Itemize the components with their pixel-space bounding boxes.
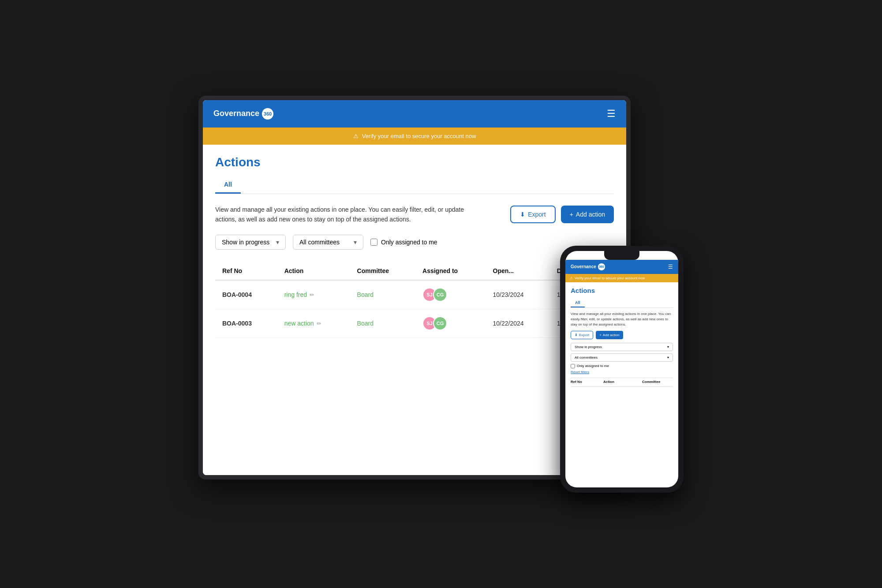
mobile-assigned-checkbox[interactable]	[571, 364, 575, 368]
edit-icon[interactable]: ✏	[310, 292, 314, 298]
plus-icon: +	[570, 211, 573, 218]
action-link[interactable]: ring fred ✏	[284, 291, 343, 298]
hamburger-menu-icon[interactable]: ☰	[607, 108, 616, 120]
assigned-filter-label: Only assigned to me	[381, 239, 437, 246]
mobile-hamburger-icon[interactable]: ☰	[668, 264, 673, 270]
logo: Governance 360	[213, 108, 273, 120]
mobile-content: Actions All View and manage all your exi…	[565, 282, 678, 487]
mobile-col-action: Action	[603, 380, 640, 384]
tabs-bar: All	[215, 176, 614, 194]
mobile-committees-filter[interactable]: All committees ▾	[571, 353, 673, 362]
logo-text: Governance	[213, 109, 259, 118]
page-title: Actions	[215, 155, 614, 169]
mobile-action-buttons: ⬇ Export + Add action	[571, 331, 673, 339]
cell-ref-no: BOA-0004	[215, 280, 277, 309]
mobile-table-divider	[571, 386, 673, 387]
table-row: BOA-0004ring fred ✏BoardSJCG10/23/202411…	[215, 280, 614, 309]
mobile-notch	[604, 251, 639, 260]
col-open: Open...	[486, 262, 550, 280]
mobile-tabs: All	[571, 298, 673, 308]
mobile-assigned-filter[interactable]: Only assigned to me	[571, 364, 673, 368]
top-navigation: Governance 360 ☰	[203, 100, 626, 127]
cell-assigned-to: SJCG	[415, 309, 486, 338]
committees-filter-dropdown[interactable]: All committees ▾	[293, 235, 363, 250]
mobile-plus-icon: +	[599, 333, 602, 337]
warning-icon: ⚠	[353, 133, 359, 139]
mobile-reset-filters[interactable]: Reset filters	[571, 370, 673, 374]
mobile-col-committee: Committee	[642, 380, 673, 384]
chevron-down-icon: ▾	[276, 239, 279, 246]
description-row: View and manage all your existing action…	[215, 205, 614, 225]
actions-table: Ref No Action Committee Assigned to Open…	[215, 262, 614, 338]
action-buttons: ⬇ Export + Add action	[510, 206, 614, 223]
progress-filter-label: Show in progress	[222, 239, 269, 246]
table-row: BOA-0003new action ✏BoardSJCG10/22/20241…	[215, 309, 614, 338]
cell-committee: Board	[350, 309, 415, 338]
col-assigned-to: Assigned to	[415, 262, 486, 280]
cell-action: new action ✏	[277, 309, 350, 338]
ref-no-value: BOA-0003	[222, 320, 252, 327]
mobile-logo-text: Governance	[571, 264, 596, 269]
assigned-to-me-filter[interactable]: Only assigned to me	[370, 239, 437, 246]
mobile-chevron-icon: ▾	[667, 345, 669, 349]
assignee-avatars: SJCG	[422, 316, 478, 330]
mobile-chevron-icon: ▾	[667, 356, 669, 360]
action-link[interactable]: new action ✏	[284, 320, 343, 327]
logo-badge: 360	[262, 108, 273, 120]
export-icon: ⬇	[520, 211, 525, 218]
avatar: CG	[433, 288, 447, 302]
mobile-description: View and manage all your existing action…	[571, 311, 673, 327]
mobile-progress-filter[interactable]: Show in progress ▾	[571, 343, 673, 351]
add-action-button[interactable]: + Add action	[561, 206, 614, 223]
tab-all[interactable]: All	[215, 176, 241, 194]
committees-filter-label: All committees	[299, 239, 340, 246]
col-ref-no: Ref No	[215, 262, 277, 280]
mobile-warning-icon: ⚠	[570, 276, 573, 280]
mobile-warning-banner: ⚠ Verify your email to secure your accou…	[565, 274, 678, 282]
warning-message: Verify your email to secure your account…	[362, 133, 476, 139]
mobile-progress-label: Show in progress	[575, 345, 602, 349]
mobile-committees-label: All committees	[575, 356, 598, 360]
mobile-screen: Governance 360 ☰ ⚠ Verify your email to …	[565, 251, 678, 487]
committee-link[interactable]: Board	[357, 320, 374, 327]
cell-assigned-to: SJCG	[415, 280, 486, 309]
mobile-add-action-button[interactable]: + Add action	[596, 331, 623, 339]
cell-action: ring fred ✏	[277, 280, 350, 309]
mobile-export-icon: ⬇	[575, 333, 578, 337]
mobile-logo-badge: 360	[598, 263, 605, 270]
mobile-tab-all[interactable]: All	[571, 299, 585, 307]
cell-committee: Board	[350, 280, 415, 309]
assigned-checkbox[interactable]	[370, 239, 377, 246]
filters-row: Show in progress ▾ All committees ▾ Only…	[215, 235, 614, 250]
mobile-assigned-label: Only assigned to me	[577, 364, 609, 368]
mobile-page-title: Actions	[571, 287, 673, 294]
export-button[interactable]: ⬇ Export	[510, 206, 555, 223]
chevron-down-icon: ▾	[354, 239, 357, 246]
edit-icon[interactable]: ✏	[317, 320, 321, 327]
avatar: CG	[433, 316, 447, 330]
warning-banner: ⚠ Verify your email to secure your accou…	[203, 127, 626, 145]
description-text: View and manage all your existing action…	[215, 205, 480, 225]
mobile-table-header: Ref No Action Committee	[571, 378, 673, 386]
cell-opened-date: 10/23/2024	[486, 280, 550, 309]
col-action: Action	[277, 262, 350, 280]
cell-ref-no: BOA-0003	[215, 309, 277, 338]
col-committee: Committee	[350, 262, 415, 280]
mobile-navigation: Governance 360 ☰	[565, 260, 678, 274]
mobile-warning-message: Verify your email to secure your account…	[575, 276, 645, 280]
mobile-export-button[interactable]: ⬇ Export	[571, 331, 593, 339]
progress-filter-dropdown[interactable]: Show in progress ▾	[215, 235, 286, 250]
cell-opened-date: 10/22/2024	[486, 309, 550, 338]
mobile-col-ref: Ref No	[571, 380, 602, 384]
mobile-logo: Governance 360	[571, 263, 605, 270]
committee-link[interactable]: Board	[357, 291, 374, 298]
assignee-avatars: SJCG	[422, 288, 478, 302]
mobile-device: Governance 360 ☰ ⚠ Verify your email to …	[560, 246, 684, 493]
ref-no-value: BOA-0004	[222, 291, 252, 298]
